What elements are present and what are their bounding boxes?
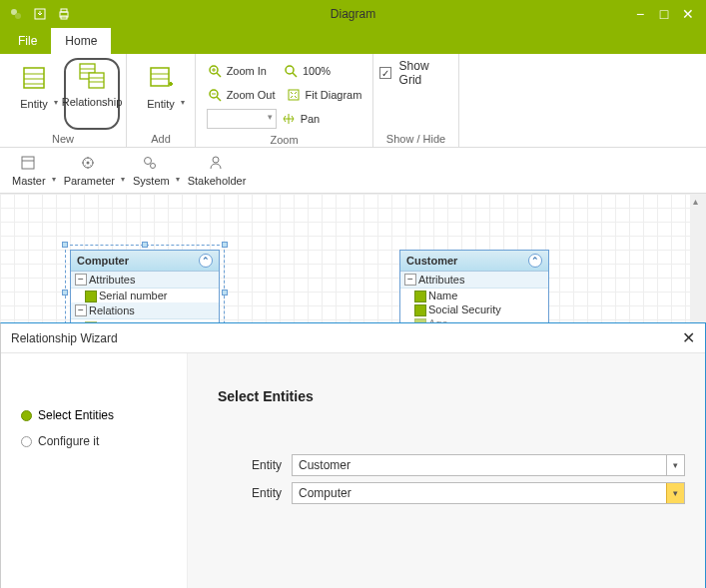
svg-line-26 (217, 97, 221, 101)
show-grid-checkbox[interactable]: ✓ Show Grid (379, 62, 452, 84)
percent-100-button[interactable]: 100% (303, 65, 331, 77)
attribute-item[interactable]: Serial number (71, 289, 219, 302)
percent-100-icon (283, 63, 299, 79)
parameter-button[interactable]: Parameter (56, 153, 123, 189)
tab-file[interactable]: File (4, 28, 51, 54)
collapse-icon[interactable]: ⌃ (199, 254, 213, 268)
entity-select-2[interactable]: Computer ▾ (292, 482, 685, 504)
ribbon-group-zoom: Zoom In 100% Zoom Out Fit Diagram Pan Zo… (196, 54, 373, 147)
svg-line-20 (217, 73, 221, 77)
add-entity-button[interactable]: Entity (133, 58, 189, 130)
step-configure[interactable]: Configure it (21, 434, 177, 448)
ribbon-tabs: File Home (0, 28, 706, 54)
fit-diagram-icon (286, 87, 302, 103)
svg-rect-4 (61, 9, 67, 12)
svg-line-24 (293, 73, 297, 77)
entity-label-2: Entity (218, 486, 282, 500)
svg-point-34 (151, 163, 156, 168)
svg-rect-13 (89, 73, 104, 88)
chevron-down-icon: ▾ (666, 483, 684, 503)
svg-point-23 (286, 66, 294, 74)
group-label-show-hide: Show / Hide (386, 133, 445, 145)
wizard-header: Relationship Wizard ✕ (1, 323, 705, 353)
stakeholder-button[interactable]: Stakeholder (180, 153, 255, 189)
master-button[interactable]: Master (4, 153, 54, 189)
fit-diagram-button[interactable]: Fit Diagram (306, 89, 362, 101)
zoom-in-icon (207, 63, 223, 79)
window-title: Diagram (331, 7, 375, 21)
app-icon[interactable] (6, 4, 26, 24)
svg-rect-16 (151, 68, 169, 86)
relationship-icon (76, 60, 108, 92)
relationship-wizard: Relationship Wizard ✕ Select Entities Co… (0, 322, 706, 588)
svg-point-33 (145, 157, 152, 164)
svg-point-1 (15, 13, 21, 19)
new-entity-button[interactable]: Entity (6, 58, 62, 130)
titlebar: Diagram − □ ✕ (0, 0, 706, 28)
attributes-section[interactable]: Attributes (400, 272, 548, 289)
pan-icon (281, 111, 297, 127)
system-icon (142, 155, 160, 173)
svg-rect-28 (289, 90, 299, 100)
print-icon[interactable] (54, 4, 74, 24)
step-select-entities[interactable]: Select Entities (21, 408, 177, 422)
attribute-item[interactable]: Name (400, 289, 548, 302)
new-entity-label: Entity (20, 98, 48, 110)
secondary-toolbar: Master Parameter System Stakeholder (0, 148, 706, 194)
wizard-title: Relationship Wizard (11, 331, 118, 345)
new-relationship-label: Relationship (62, 96, 123, 108)
ribbon-group-show-hide: ✓ Show Grid Show / Hide (373, 54, 459, 147)
entity-icon (18, 62, 50, 94)
svg-rect-6 (24, 68, 44, 88)
svg-point-32 (87, 161, 90, 164)
chevron-down-icon: ▾ (666, 455, 684, 475)
pan-button[interactable]: Pan (301, 113, 321, 125)
relations-section[interactable]: Relations (71, 302, 219, 319)
zoom-out-button[interactable]: Zoom Out (227, 89, 276, 101)
step-dot-icon (21, 410, 32, 421)
entity-select-1[interactable]: Customer ▾ (292, 454, 685, 476)
group-label-new: New (52, 133, 74, 145)
zoom-level-input[interactable] (207, 109, 277, 129)
zoom-out-icon (207, 87, 223, 103)
group-label-add: Add (151, 133, 171, 145)
entity-label-1: Entity (218, 458, 282, 472)
stakeholder-icon (208, 155, 226, 173)
close-button[interactable]: ✕ (678, 4, 698, 24)
entity-title: Computer (77, 255, 129, 267)
save-icon[interactable] (30, 4, 50, 24)
svg-rect-29 (22, 157, 34, 169)
wizard-content: Select Entities Entity Customer ▾ Entity… (187, 353, 705, 588)
attributes-section[interactable]: Attributes (71, 272, 219, 289)
ribbon-group-add: Entity Add (127, 54, 196, 147)
add-entity-icon (145, 62, 177, 94)
maximize-button[interactable]: □ (654, 4, 674, 24)
ribbon: Entity Relationship New Entity Add (0, 54, 706, 148)
wizard-close-button[interactable]: ✕ (682, 328, 695, 347)
wizard-heading: Select Entities (218, 388, 685, 404)
step-dot-icon (21, 436, 32, 447)
zoom-in-button[interactable]: Zoom In (227, 65, 267, 77)
system-button[interactable]: System (125, 153, 178, 189)
show-grid-label: Show Grid (399, 59, 452, 87)
checkbox-icon: ✓ (379, 67, 391, 79)
attribute-item[interactable]: Social Security (400, 302, 548, 316)
collapse-icon[interactable]: ⌃ (528, 254, 542, 268)
svg-point-35 (213, 157, 219, 163)
add-entity-label: Entity (147, 98, 175, 110)
tab-home[interactable]: Home (51, 28, 111, 54)
wizard-nav: Select Entities Configure it (1, 353, 187, 588)
new-relationship-button[interactable]: Relationship (64, 58, 120, 130)
parameter-icon (80, 155, 98, 173)
entity-customer[interactable]: Customer⌃ Attributes Name Social Securit… (399, 250, 549, 331)
entity-title: Customer (406, 255, 457, 267)
ribbon-group-new: Entity Relationship New (0, 54, 127, 147)
master-icon (20, 155, 38, 173)
group-label-zoom: Zoom (270, 134, 298, 146)
minimize-button[interactable]: − (630, 4, 650, 24)
